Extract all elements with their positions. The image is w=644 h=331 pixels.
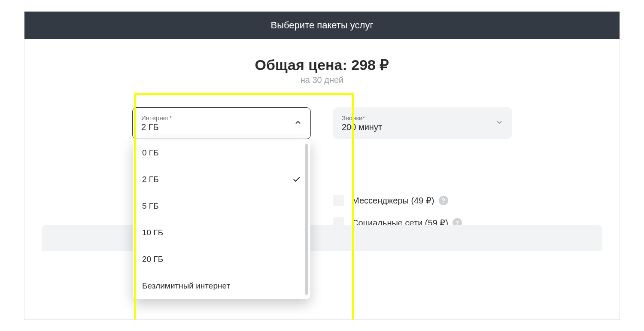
help-icon[interactable]: ?: [439, 196, 448, 205]
internet-option-label: Безлимитный интернет: [142, 281, 301, 291]
internet-option-label: 0 ГБ: [142, 148, 301, 158]
internet-option[interactable]: Безлимитный интернет: [133, 273, 310, 299]
internet-option[interactable]: 10 ГБ: [133, 219, 310, 246]
price-label: Общая цена:: [255, 57, 347, 73]
internet-option[interactable]: 2 ГБ: [133, 166, 310, 193]
internet-option[interactable]: 0 ГБ: [133, 140, 310, 166]
extra-checkbox[interactable]: [333, 195, 344, 206]
price-period: на 30 дней: [24, 75, 620, 85]
chevron-down-icon: [495, 118, 503, 128]
internet-option[interactable]: 5 ГБ: [133, 193, 310, 219]
card-title: Выберите пакеты услуг: [271, 20, 374, 31]
calls-select-value: 200 минут: [342, 122, 495, 132]
internet-option-label: 20 ГБ: [142, 255, 301, 264]
check-icon: [292, 175, 301, 184]
internet-option-label: 10 ГБ: [142, 228, 301, 237]
internet-dropdown: 0 ГБ2 ГБ5 ГБ10 ГБ20 ГББезлимитный интерн…: [133, 140, 310, 299]
internet-option-label: 5 ГБ: [142, 201, 301, 211]
calls-select-label: Звонки*: [342, 114, 495, 121]
internet-select[interactable]: Интернет* 2 ГБ 0 ГБ2 ГБ5 ГБ10 ГБ20 ГББез…: [132, 107, 311, 139]
plan-card: Выберите пакеты услуг Общая цена: 298 ₽ …: [24, 11, 620, 320]
dropdown-scrollbar[interactable]: [305, 144, 308, 295]
card-header: Выберите пакеты услуг: [24, 12, 620, 39]
internet-column: Интернет* 2 ГБ 0 ГБ2 ГБ5 ГБ10 ГБ20 ГББез…: [132, 107, 311, 251]
internet-option[interactable]: 20 ГБ: [133, 246, 310, 273]
internet-select-label: Интернет*: [141, 114, 294, 121]
footer-panel: [42, 225, 602, 251]
extra-row: Мессенджеры (49 ₽)?: [333, 195, 512, 206]
internet-option-label: 2 ГБ: [142, 175, 292, 184]
price-amount: 298: [351, 57, 376, 73]
calls-select[interactable]: Звонки* 200 минут: [333, 107, 512, 139]
chevron-up-icon: [294, 118, 302, 128]
internet-select-value: 2 ГБ: [141, 122, 294, 132]
extra-label: Мессенджеры (49 ₽): [352, 195, 434, 206]
total-price: Общая цена: 298 ₽: [24, 56, 620, 73]
card-body: Общая цена: 298 ₽ на 30 дней Интернет* 2…: [24, 39, 620, 251]
price-currency: ₽: [380, 57, 389, 73]
